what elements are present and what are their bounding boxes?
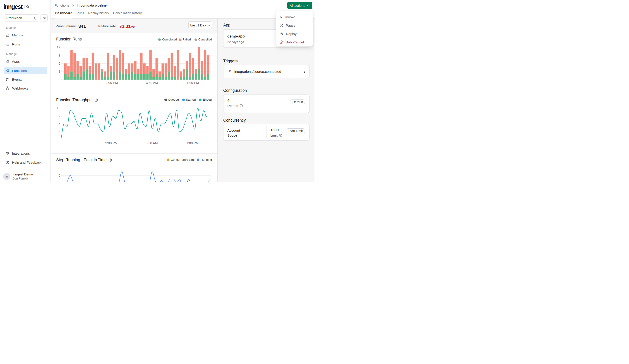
svg-text:6: 6 xyxy=(58,174,60,177)
svg-text:9:00 PM: 9:00 PM xyxy=(105,141,118,145)
svg-text:12: 12 xyxy=(57,106,60,110)
svg-text:8: 8 xyxy=(58,166,60,170)
svg-text:3: 3 xyxy=(58,70,60,73)
svg-text:1:00 PM: 1:00 PM xyxy=(186,81,199,85)
svg-text:9: 9 xyxy=(58,114,60,118)
svg-text:9:00 PM: 9:00 PM xyxy=(106,81,118,85)
svg-text:6: 6 xyxy=(58,122,60,126)
svg-text:3:30 AM: 3:30 AM xyxy=(146,81,158,85)
svg-text:9: 9 xyxy=(58,54,60,57)
svg-text:12: 12 xyxy=(57,45,60,49)
svg-text:3:30 AM: 3:30 AM xyxy=(146,141,157,145)
svg-text:3: 3 xyxy=(58,130,60,134)
svg-text:1:00 PM: 1:00 PM xyxy=(186,141,199,145)
svg-text:6: 6 xyxy=(58,62,60,65)
